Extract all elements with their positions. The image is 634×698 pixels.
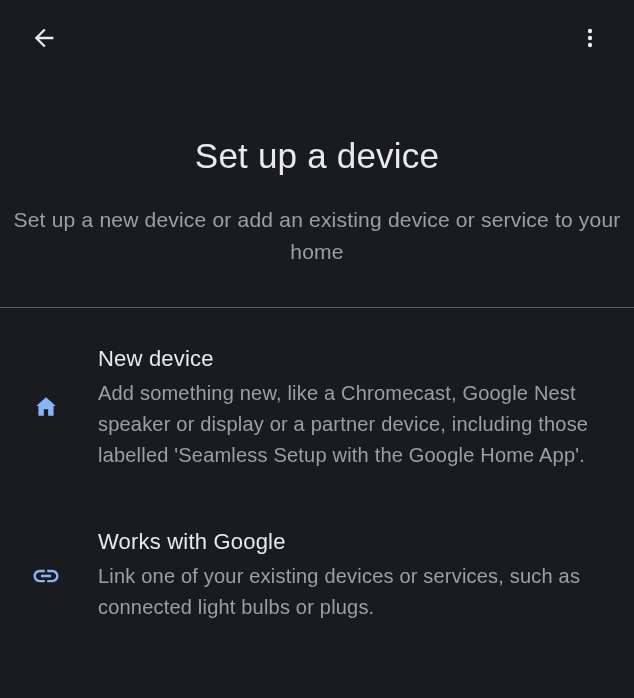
more-vert-icon — [578, 26, 602, 50]
page-title: Set up a device — [8, 136, 626, 176]
option-content: New device Add something new, like a Chr… — [98, 346, 610, 471]
option-works-with-google[interactable]: Works with Google Link one of your exist… — [0, 509, 634, 643]
link-icon — [31, 561, 61, 591]
option-description: Add something new, like a Chromecast, Go… — [98, 378, 610, 471]
svg-point-1 — [588, 36, 592, 40]
home-icon-wrapper — [28, 394, 64, 420]
back-button[interactable] — [24, 18, 64, 58]
title-section: Set up a device Set up a new device or a… — [0, 76, 634, 307]
option-new-device[interactable]: New device Add something new, like a Chr… — [0, 308, 634, 509]
option-description: Link one of your existing devices or ser… — [98, 561, 610, 623]
more-options-button[interactable] — [570, 18, 610, 58]
link-icon-wrapper — [28, 561, 64, 591]
page-subtitle: Set up a new device or add an existing d… — [8, 204, 626, 267]
home-icon — [33, 394, 59, 420]
svg-point-2 — [588, 43, 592, 47]
option-title: New device — [98, 346, 610, 372]
back-arrow-icon — [30, 24, 58, 52]
options-list: New device Add something new, like a Chr… — [0, 308, 634, 643]
header-bar — [0, 0, 634, 76]
option-title: Works with Google — [98, 529, 610, 555]
option-content: Works with Google Link one of your exist… — [98, 529, 610, 623]
svg-point-0 — [588, 29, 592, 33]
